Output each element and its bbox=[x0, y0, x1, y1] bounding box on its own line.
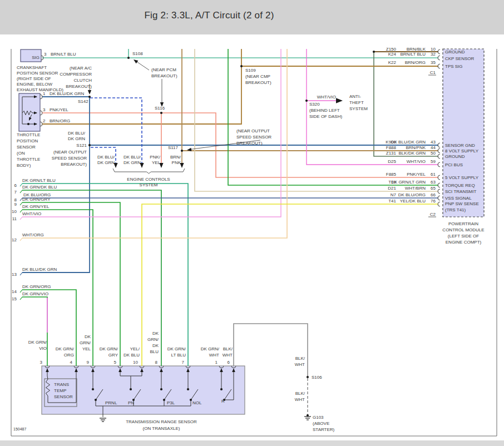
diagram-label: BODY) bbox=[17, 163, 31, 168]
diagram-label: 10 bbox=[12, 209, 17, 214]
diagram-label: DK BLU bbox=[123, 353, 140, 358]
diagram-label: WHT/VIO bbox=[22, 211, 41, 216]
junction-dot bbox=[307, 376, 309, 378]
diagram-label: CRANKSHAFT bbox=[17, 65, 47, 70]
diagram-label: (NEAR OUTPUT bbox=[236, 128, 270, 133]
diagram-label: CLUTCH bbox=[74, 78, 92, 83]
diagram-label: 3 bbox=[43, 107, 46, 112]
diagram-label: BLK/DK GRN bbox=[399, 151, 426, 156]
bottom-strip bbox=[0, 440, 504, 446]
diagram-label: BLU bbox=[150, 349, 159, 354]
junction-dot bbox=[92, 388, 94, 390]
diagram-label: WHT/ORG bbox=[22, 232, 44, 237]
diagram-label: 1 bbox=[43, 91, 46, 96]
diagram-label: 4 bbox=[70, 360, 73, 365]
diagram-label: 35 bbox=[431, 60, 436, 65]
diagram-label: 8 VOLT SUPPLY bbox=[445, 148, 479, 153]
diagram-label: (ON TRANSAXLE) bbox=[143, 426, 180, 431]
diagram-label: GRN/ bbox=[80, 340, 91, 345]
junction-dot bbox=[187, 388, 189, 390]
junction-dot bbox=[163, 399, 165, 401]
diagram-label: NOL bbox=[192, 400, 202, 405]
diagram-label: THEFT bbox=[349, 100, 364, 105]
diagram-label: SENSOR bbox=[54, 394, 73, 399]
wire-yel-dk-blu-t41 bbox=[142, 204, 438, 366]
diagram-label: WHT bbox=[223, 353, 233, 358]
diagram-label: PNK/ bbox=[150, 155, 160, 160]
diagram-label: PCI BUS bbox=[445, 162, 463, 167]
diagram-label: ENGINE, BELOW bbox=[17, 82, 52, 87]
diagram-label: DK GRN/ bbox=[167, 346, 186, 351]
diagram-label: DK BLU/ bbox=[97, 155, 115, 160]
diagram-label: BREAKOUT) bbox=[66, 84, 92, 89]
diagram-label: YEL/DK BLU bbox=[400, 199, 426, 204]
diagram-label: 7 bbox=[182, 360, 185, 365]
diagram-label: 7 bbox=[14, 190, 17, 195]
diagram-label: 59 bbox=[431, 159, 436, 164]
diagram-label: Z150 bbox=[386, 47, 397, 52]
diagram-label: Z131 bbox=[386, 151, 397, 156]
diagram-label: COMPRESSOR bbox=[60, 72, 92, 77]
diagram-label: 76 bbox=[431, 199, 436, 204]
diagram-label: DK GRN/ bbox=[100, 346, 118, 351]
diagram-label: ANTI- bbox=[349, 94, 361, 99]
diagram-label: DK GRN/ bbox=[201, 346, 220, 351]
wire-brn-pnk-s117 bbox=[182, 49, 438, 151]
diagram-label: 5 VOLT SUPPLY bbox=[445, 175, 479, 180]
diagram-label: BREAKOUT) bbox=[236, 141, 263, 146]
diagram-label: S106 bbox=[312, 375, 322, 380]
diagram-label: 12 bbox=[12, 237, 17, 242]
diagram-label: 9 bbox=[87, 360, 90, 365]
diagram-label: 14 bbox=[12, 289, 17, 294]
diagram-label: TRANS bbox=[54, 382, 69, 387]
junction-dot bbox=[181, 150, 183, 152]
diagram-label: (ABOVE bbox=[313, 421, 329, 426]
diagram-label: SPEED SENSOR bbox=[52, 156, 87, 161]
diagram-label: DK GRN/DK BLU bbox=[22, 185, 57, 190]
diagram-label: 13 bbox=[12, 272, 17, 277]
junction-dot bbox=[88, 144, 91, 146]
callout-s108 bbox=[135, 61, 149, 70]
diagram-label: CKP SENSOR bbox=[445, 56, 475, 61]
diagram-label: DK GRN/ bbox=[56, 346, 75, 351]
tick-pin7 bbox=[20, 190, 22, 193]
diagram-label: BRN/LT BLU bbox=[51, 52, 76, 57]
wire-15-dk-grn-vio bbox=[22, 297, 47, 298]
diagram-label: 15 bbox=[12, 296, 17, 301]
diagram-label: SCI TRANSMIT bbox=[445, 189, 476, 194]
diagram-label: S117 bbox=[168, 145, 179, 150]
junction-dot bbox=[130, 388, 132, 390]
diagram-label: POSITION SENSOR bbox=[17, 71, 58, 76]
diagram-label: DK GRN/ORG bbox=[22, 284, 51, 289]
diagram-label: BRN/BLK bbox=[407, 47, 426, 52]
diagram-label: D21 bbox=[388, 186, 396, 191]
diagram-label: F888 bbox=[386, 145, 397, 150]
diagram-label: DK BLU/ bbox=[123, 155, 141, 160]
diagram-label: SIG bbox=[32, 55, 39, 60]
junction-dot bbox=[160, 112, 162, 114]
diagram-label: G103 bbox=[313, 415, 324, 420]
diagram-label: DK GRN bbox=[68, 136, 85, 141]
diagram-label: TRANSMISSION RANGE SENSOR bbox=[126, 419, 197, 424]
diagram-label: S108 bbox=[132, 51, 143, 56]
diagram-label: YEL bbox=[152, 160, 161, 165]
diagram-label: TORQUE REQ bbox=[445, 183, 475, 188]
diagram-label: YEL/ bbox=[130, 346, 140, 351]
diagram-label: (TRS T41) bbox=[445, 207, 466, 212]
tick-pin12 bbox=[20, 238, 22, 241]
arrowhead bbox=[187, 148, 192, 152]
diagram-label: VIO bbox=[39, 346, 47, 351]
diagram-label: (RIGHT SIDE OF bbox=[17, 76, 51, 81]
diagram-label: BREAKOUT) bbox=[61, 162, 87, 167]
wiring-diagram: 3BRN/LT BLUSIGS108CRANKSHAFTPOSITION SEN… bbox=[0, 0, 504, 446]
wire-wht-brn-d21 bbox=[195, 49, 438, 191]
diagram-label: CONTROL MODULE bbox=[442, 227, 484, 232]
diagram-label: WHT bbox=[209, 353, 219, 358]
diagram-label: 44 bbox=[431, 145, 436, 150]
diagram-label: SENSOR GND bbox=[445, 143, 475, 148]
diagram-label: WHT bbox=[295, 397, 305, 402]
diagram-label: BREAKOUT) bbox=[151, 73, 177, 78]
diagram-label: THROTTLE bbox=[17, 132, 40, 137]
diagram-label: K24 bbox=[388, 52, 397, 57]
diagram-label: PRNL bbox=[105, 400, 117, 405]
